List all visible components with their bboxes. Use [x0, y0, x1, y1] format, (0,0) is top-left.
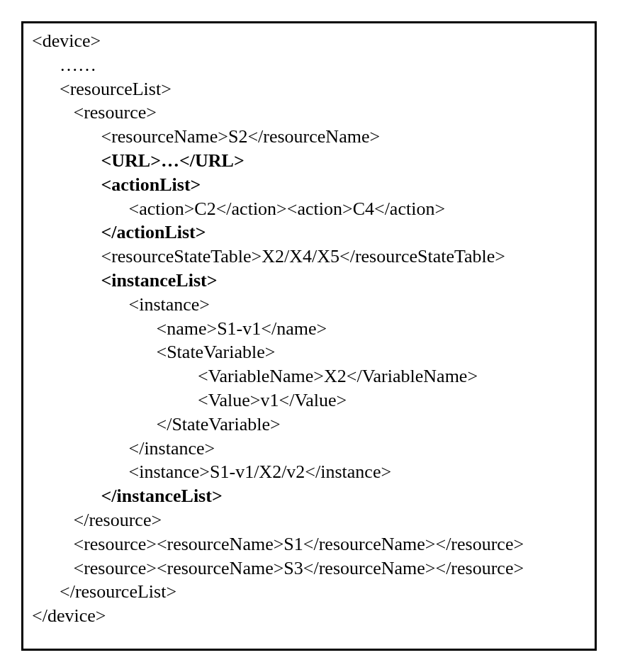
code-line: </instance> [32, 437, 586, 461]
code-line: <resource> [32, 101, 586, 125]
code-line: <instanceList> [32, 269, 586, 293]
code-line: <resource><resourceName>S1</resourceName… [32, 532, 586, 556]
code-line: <actionList> [32, 173, 586, 197]
code-line: <URL>…</URL> [32, 149, 586, 173]
code-line: <instance> [32, 293, 586, 317]
code-line: <resourceName>S2</resourceName> [32, 125, 586, 149]
code-line: <action>C2</action><action>C4</action> [32, 197, 586, 221]
code-line: <VariableName>X2</VariableName> [32, 364, 586, 388]
code-line: <resourceStateTable>X2/X4/X5</resourceSt… [32, 245, 586, 269]
code-line: <StateVariable> [32, 340, 586, 364]
page-container: <device> …… <resourceList> <resource> <r… [0, 0, 618, 672]
xml-document-box: <device> …… <resourceList> <resource> <r… [21, 21, 597, 651]
code-line: <resourceList> [32, 77, 586, 101]
code-line: </resource> [32, 508, 586, 532]
code-line: </device> [32, 604, 586, 628]
code-line: </actionList> [32, 220, 586, 245]
code-line: <Value>v1</Value> [32, 388, 586, 413]
code-line: …… [32, 53, 586, 77]
code-line: <resource><resourceName>S3</resourceName… [32, 556, 586, 581]
code-line: </resourceList> [32, 580, 586, 604]
code-line: </instanceList> [32, 484, 586, 508]
code-line: <instance>S1-v1/X2/v2</instance> [32, 460, 586, 484]
code-line: </StateVariable> [32, 413, 586, 437]
code-line: <device> [32, 29, 586, 53]
code-line: <name>S1-v1</name> [32, 317, 586, 341]
